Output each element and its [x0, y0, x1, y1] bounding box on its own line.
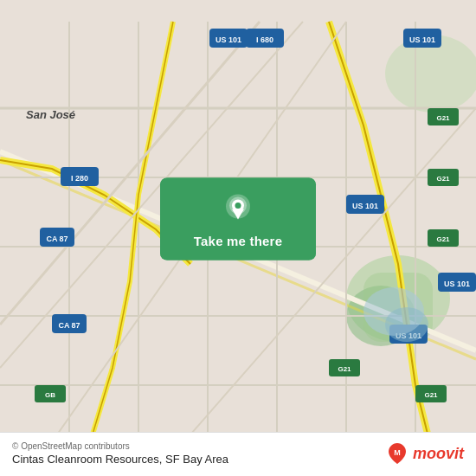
- location-pin-icon: [222, 194, 254, 225]
- svg-text:G21: G21: [338, 365, 351, 373]
- svg-text:G21: G21: [436, 175, 450, 183]
- svg-text:US 101: US 101: [444, 280, 470, 288]
- svg-text:G21: G21: [436, 114, 450, 122]
- svg-text:GB: GB: [45, 391, 55, 399]
- svg-text:US 101: US 101: [215, 35, 241, 44]
- place-name: Cintas Cleanroom Resources, SF Bay Area: [12, 453, 228, 466]
- svg-text:I 280: I 280: [71, 174, 88, 183]
- svg-point-58: [235, 203, 241, 209]
- svg-text:US 101: US 101: [409, 35, 435, 44]
- svg-text:CA 87: CA 87: [58, 321, 80, 330]
- take-me-there-button[interactable]: Take me there: [160, 178, 316, 261]
- moovit-brand-text: moovit: [413, 445, 464, 463]
- svg-text:I 680: I 680: [256, 35, 273, 44]
- svg-text:G21: G21: [424, 391, 438, 399]
- moovit-marker-icon: M: [385, 441, 409, 466]
- map-attribution: © OpenStreetMap contributors: [12, 441, 228, 451]
- cta-label: Take me there: [194, 234, 282, 248]
- moovit-logo: M moovit: [385, 441, 464, 466]
- bottom-info-bar: © OpenStreetMap contributors Cintas Clea…: [0, 432, 476, 476]
- svg-text:M: M: [394, 448, 401, 457]
- svg-point-54: [385, 307, 428, 342]
- map-container: US 101 US 101 US 101 US 101 US 101 I 680…: [0, 0, 476, 476]
- svg-text:US 101: US 101: [352, 202, 378, 210]
- place-info: © OpenStreetMap contributors Cintas Clea…: [12, 441, 228, 466]
- svg-text:CA 87: CA 87: [46, 235, 68, 243]
- svg-text:G21: G21: [436, 235, 450, 243]
- svg-text:San José: San José: [26, 108, 75, 121]
